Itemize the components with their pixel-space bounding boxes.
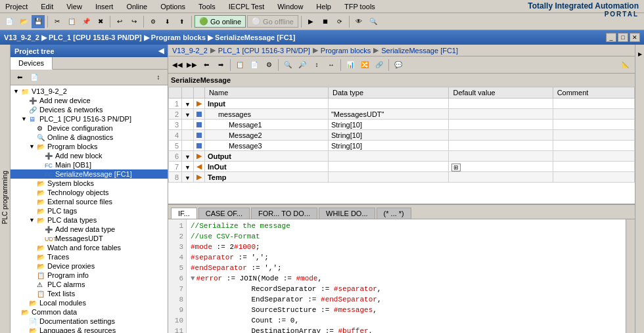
tree-item-24[interactable]: 📂Common data [11, 307, 168, 317]
table-row-6[interactable]: 7▼◀InOut⊞ [169, 162, 635, 172]
table-row-3[interactable]: 4Message2String[10] [169, 130, 635, 141]
tree-item-25[interactable]: 📄Documentation settings [11, 317, 168, 326]
et-btn-11[interactable]: 📊 [344, 58, 357, 72]
code-editor[interactable]: 1234567891011121314151617 //Serialize th… [168, 219, 635, 333]
minimize-button[interactable]: _ [606, 33, 616, 42]
menu-iecpl[interactable]: IECPL Test [226, 1, 267, 12]
row-expand-4[interactable] [182, 141, 194, 151]
upload-button[interactable]: ⬆ [175, 15, 189, 28]
tree-item-12[interactable]: 📂External source files [11, 197, 168, 206]
et-btn-5[interactable]: 📋 [233, 58, 246, 72]
code-tab-4[interactable]: (* ... *) [377, 208, 411, 219]
go-offline-button[interactable]: ⚪ Go offline [247, 15, 298, 28]
breadcrumb-plc[interactable]: PLC_1 [CPU 1516-3 PN/DP] [218, 47, 310, 55]
delete-button[interactable]: ✖ [94, 15, 107, 28]
table-row-0[interactable]: 1▼▶Input [169, 99, 635, 109]
et-btn-12[interactable]: 🔀 [358, 58, 371, 72]
tree-item-3[interactable]: ▼🖥PLC_1 [CPU 1516-3 PN/DP] [11, 114, 168, 123]
undo-button[interactable]: ↩ [113, 15, 126, 28]
tree-item-22[interactable]: 📋Text lists [11, 289, 168, 298]
et-btn-9[interactable]: ↕ [310, 58, 323, 72]
sidebar-btn-1[interactable]: ⬅ [13, 71, 26, 84]
et-btn-3[interactable]: ⬅ [200, 58, 213, 72]
et-btn-1[interactable]: ◀◀ [171, 58, 184, 72]
menu-online[interactable]: Online [124, 1, 150, 12]
table-row-4[interactable]: 5Message3String[10] [169, 141, 635, 151]
tree-item-17[interactable]: 📂Watch and force tables [11, 243, 168, 252]
compile-button[interactable]: ⚙ [147, 15, 160, 28]
breadcrumb-serialize[interactable]: SerializeMessage [FC1] [381, 47, 458, 55]
start-button[interactable]: ▶ [304, 15, 317, 28]
sidebar-collapse-icon[interactable]: ◀ [158, 47, 164, 55]
et-btn-4[interactable]: ➡ [214, 58, 227, 72]
menu-edit[interactable]: Edit [38, 1, 56, 12]
tree-item-23[interactable]: 📂Local modules [11, 298, 168, 307]
stop-button[interactable]: ⏹ [319, 15, 332, 28]
et-btn-14[interactable]: 💬 [392, 58, 405, 72]
table-row-7[interactable]: 8▼▶Temp [169, 172, 635, 183]
table-row-1[interactable]: 2▼messages"MessagesUDT" [169, 109, 635, 120]
tree-item-4[interactable]: ⚙Device configuration [11, 123, 168, 133]
row-expand-6[interactable]: ▼ [182, 162, 194, 172]
tree-item-10[interactable]: 📂System blocks [11, 179, 168, 188]
menu-project[interactable]: Project [3, 1, 30, 12]
table-row-2[interactable]: 3Message1String[10] [169, 120, 635, 130]
et-btn-10[interactable]: ↔ [325, 58, 338, 72]
tree-item-18[interactable]: 📂Traces [11, 252, 168, 261]
tree-item-0[interactable]: ▼📁V13_9-2_2 [11, 87, 168, 96]
code-tab-2[interactable]: FOR... TO DO... [251, 208, 317, 219]
tree-item-6[interactable]: ▼📂Program blocks [11, 142, 168, 151]
tree-item-16[interactable]: UDTMessagesUDT [11, 234, 168, 243]
row-expand-1[interactable]: ▼ [182, 109, 194, 120]
menu-tools[interactable]: Tools [196, 1, 218, 12]
open-button[interactable]: 📂 [17, 15, 30, 28]
code-tab-3[interactable]: WHILE DO... [319, 208, 375, 219]
tree-item-19[interactable]: 📂Device proxies [11, 261, 168, 271]
row-expand-2[interactable] [182, 120, 194, 130]
go-online-button[interactable]: 🟢 Go online [195, 15, 246, 28]
menu-tfp[interactable]: TFP tools [342, 1, 378, 12]
copy-button[interactable]: 📋 [65, 15, 78, 28]
tree-item-9[interactable]: FCSerializeMessage [FC1] [11, 169, 168, 179]
tree-item-14[interactable]: ▼📂PLC data types [11, 215, 168, 225]
code-tab-1[interactable]: CASE OF... [198, 208, 250, 219]
mres-button[interactable]: ⟳ [333, 15, 346, 28]
scrollbar-track[interactable] [626, 219, 635, 333]
row-expand-7[interactable]: ▼ [182, 172, 194, 183]
tree-item-13[interactable]: 📂PLC tags [11, 206, 168, 215]
devices-tab[interactable]: Devices [11, 57, 53, 70]
menu-window[interactable]: Window [275, 1, 306, 12]
restore-button[interactable]: □ [618, 33, 628, 42]
menu-view[interactable]: View [64, 1, 85, 12]
redo-button[interactable]: ↪ [127, 15, 141, 28]
tree-item-26[interactable]: 📂Languages & resources [11, 326, 168, 333]
code-tab-0[interactable]: IF... [171, 208, 197, 219]
et-compile[interactable]: ⚙ [262, 58, 275, 72]
table-row-5[interactable]: 6▼▶Output [169, 151, 635, 162]
et-btn-2[interactable]: ▶▶ [185, 58, 198, 72]
tree-item-21[interactable]: ⚠PLC alarms [11, 280, 168, 289]
et-btn-6[interactable]: 📄 [248, 58, 261, 72]
sidebar-btn-2[interactable]: 📄 [28, 71, 41, 84]
save-button[interactable]: 💾 [32, 15, 45, 28]
monitor-button[interactable]: 👁 [352, 15, 365, 28]
menu-help[interactable]: Help [313, 1, 334, 12]
et-btn-7[interactable]: 🔍 [281, 58, 294, 72]
tree-item-8[interactable]: FCMain [OB1] [11, 160, 168, 169]
tree-item-2[interactable]: 🔗Devices & networks [11, 105, 168, 114]
menu-insert[interactable]: Insert [93, 1, 116, 12]
breadcrumb-program-blocks[interactable]: Program blocks [321, 47, 371, 55]
et-btn-8[interactable]: 🔎 [296, 58, 309, 72]
paste-button[interactable]: 📌 [80, 15, 93, 28]
zoom-button[interactable]: 🔍 [367, 15, 380, 28]
rp-btn-1[interactable]: ▶ [633, 47, 645, 60]
code-content[interactable]: //Serialize the message//use CSV-Format#… [187, 219, 626, 333]
tree-item-20[interactable]: 📋Program info [11, 271, 168, 280]
download-button[interactable]: ⬇ [161, 15, 174, 28]
row-expand-3[interactable] [182, 130, 194, 141]
menu-options[interactable]: Options [158, 1, 188, 12]
et-btn-15[interactable]: 📐 [619, 58, 632, 72]
tree-item-7[interactable]: ➕Add new block [11, 151, 168, 160]
sidebar-btn-3[interactable]: ↕ [152, 71, 165, 84]
breadcrumb-project[interactable]: V13_9-2_2 [172, 47, 208, 55]
